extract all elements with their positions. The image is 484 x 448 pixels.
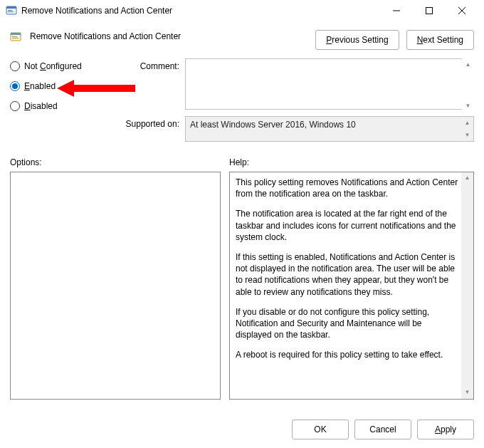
next-setting-button[interactable]: Next Setting	[406, 30, 474, 50]
policy-title: Remove Notifications and Action Center	[30, 30, 307, 41]
dialog-footer: OK Cancel Apply	[292, 420, 474, 439]
scroll-down-icon[interactable]: ▼	[462, 100, 474, 112]
svg-rect-5	[426, 8, 433, 14]
window-title: Remove Notifications and Action Center	[21, 6, 380, 16]
svg-rect-9	[11, 33, 21, 35]
nav-buttons: Previous Setting Next Setting	[315, 30, 474, 50]
comment-field-wrap: ▲ ▼	[185, 58, 474, 112]
help-paragraph: If you disable or do not configure this …	[236, 306, 459, 341]
help-paragraph: The notification area is located at the …	[236, 208, 459, 243]
supported-on-value: At least Windows Server 2016, Windows 10	[190, 120, 356, 130]
window-controls	[380, 0, 478, 21]
help-panel: This policy setting removes Notification…	[229, 172, 474, 400]
policy-editor-icon	[6, 5, 17, 16]
policy-icon	[10, 31, 21, 43]
previous-setting-button[interactable]: Previous Setting	[315, 30, 399, 50]
comment-scrollbar[interactable]: ▲ ▼	[462, 58, 474, 112]
scroll-up-icon[interactable]: ▲	[461, 172, 473, 184]
apply-button[interactable]: Apply	[417, 420, 474, 439]
svg-rect-11	[12, 38, 19, 38]
help-scrollbar[interactable]: ▲ ▼	[461, 172, 473, 399]
state-radio-group: Not Configured Enabled Disabled	[10, 58, 117, 111]
scroll-down-icon[interactable]: ▼	[461, 387, 473, 399]
maximize-button[interactable]	[413, 0, 446, 21]
radio-label: Disabled	[24, 101, 58, 111]
svg-rect-1	[6, 6, 16, 9]
svg-rect-2	[8, 10, 12, 11]
comment-label: Comment:	[122, 58, 179, 71]
help-label: Help:	[229, 157, 249, 167]
panel-labels: Options: Help:	[0, 149, 484, 172]
options-label: Options:	[10, 157, 221, 167]
scroll-down-icon[interactable]: ▼	[461, 129, 473, 141]
not-configured-radio[interactable]: Not Configured	[10, 61, 117, 71]
titlebar: Remove Notifications and Action Center	[0, 0, 484, 21]
panels-row: This policy setting removes Notification…	[0, 172, 484, 400]
radio-label: Enabled	[24, 81, 56, 91]
supported-scrollbar[interactable]: ▲ ▼	[461, 117, 473, 141]
radio-icon	[10, 61, 20, 71]
scroll-up-icon[interactable]: ▲	[461, 117, 473, 129]
radio-label: Not Configured	[24, 61, 82, 71]
help-paragraph: This policy setting removes Notification…	[236, 177, 459, 199]
disabled-radio[interactable]: Disabled	[10, 101, 117, 111]
svg-rect-10	[12, 36, 17, 37]
header-section: Remove Notifications and Action Center P…	[0, 21, 484, 56]
ok-button[interactable]: OK	[292, 420, 349, 439]
supported-on-label: Supported on:	[122, 116, 179, 129]
scroll-up-icon[interactable]: ▲	[462, 58, 474, 71]
help-paragraph: If this setting is enabled, Notification…	[236, 251, 459, 298]
enabled-radio[interactable]: Enabled	[10, 81, 117, 91]
supported-on-field: At least Windows Server 2016, Windows 10…	[185, 116, 474, 142]
configuration-section: Not Configured Enabled Disabled Comment:…	[0, 56, 484, 149]
radio-icon	[10, 81, 20, 91]
close-button[interactable]	[446, 0, 478, 21]
radio-icon	[10, 101, 20, 111]
options-panel	[10, 172, 221, 400]
help-paragraph: A reboot is required for this policy set…	[236, 349, 459, 360]
comment-textarea[interactable]	[185, 58, 474, 110]
cancel-button[interactable]: Cancel	[354, 420, 411, 439]
svg-rect-3	[8, 11, 14, 12]
minimize-button[interactable]	[380, 0, 413, 21]
